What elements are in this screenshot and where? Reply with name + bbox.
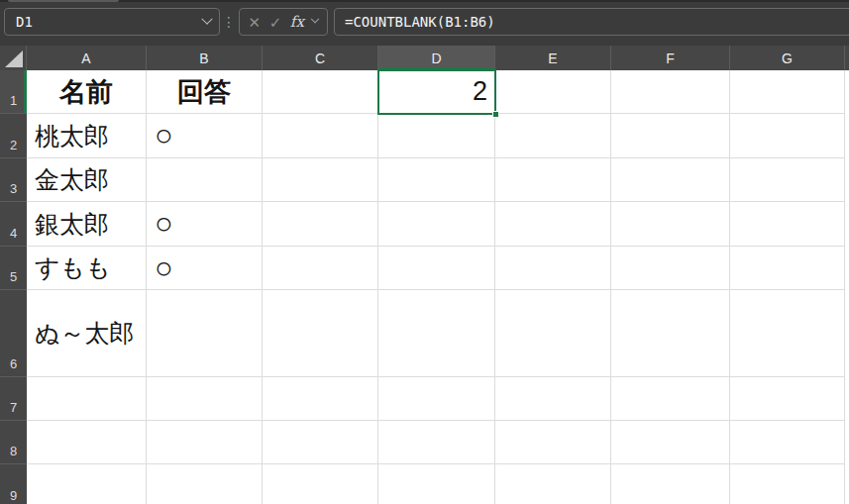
cell-B4[interactable]: ○ xyxy=(147,202,263,247)
cell-D2[interactable] xyxy=(378,114,495,158)
cell-E6[interactable] xyxy=(495,290,611,377)
cell-F1[interactable] xyxy=(611,70,730,114)
cell-B9[interactable] xyxy=(147,464,263,504)
cell-A7[interactable] xyxy=(27,377,147,421)
cell-E4[interactable] xyxy=(495,202,611,247)
cell-G6[interactable] xyxy=(730,290,845,377)
cell-sliver xyxy=(845,290,849,377)
enter-icon[interactable]: ✓ xyxy=(269,15,282,30)
cell-G7[interactable] xyxy=(730,377,845,421)
cell-D5[interactable] xyxy=(378,247,495,290)
cell-A2[interactable]: 桃太郎 xyxy=(27,114,147,158)
column-header-F[interactable]: F xyxy=(611,46,730,70)
cell-E8[interactable] xyxy=(495,421,611,464)
cell-sliver xyxy=(845,70,849,114)
cell-D3[interactable] xyxy=(378,158,495,202)
column-header-A[interactable]: A xyxy=(27,46,147,70)
column-header-sliver xyxy=(845,46,849,70)
cell-C1[interactable] xyxy=(263,70,378,114)
cell-A4[interactable]: 銀太郎 xyxy=(27,202,147,247)
cell-C3[interactable] xyxy=(263,158,378,202)
more-options-icon[interactable]: ⋮ xyxy=(222,8,236,36)
cell-F4[interactable] xyxy=(611,202,730,247)
cell-C4[interactable] xyxy=(263,202,378,247)
cell-C5[interactable] xyxy=(263,247,378,290)
row-header-5[interactable]: 5 xyxy=(0,247,27,290)
cell-G5[interactable] xyxy=(730,247,845,290)
row-2: 2 桃太郎 ○ xyxy=(0,114,849,158)
cell-D1[interactable]: 2 xyxy=(378,70,495,114)
cell-B5[interactable]: ○ xyxy=(147,247,263,290)
row-header-4[interactable]: 4 xyxy=(0,202,27,247)
cell-E2[interactable] xyxy=(495,114,611,158)
cell-F6[interactable] xyxy=(611,290,730,377)
row-header-3[interactable]: 3 xyxy=(0,158,27,202)
cell-C2[interactable] xyxy=(263,114,378,158)
cell-sliver xyxy=(845,247,849,290)
row-header-1[interactable]: 1 xyxy=(0,70,27,114)
cell-G8[interactable] xyxy=(730,421,845,464)
cell-C6[interactable] xyxy=(263,290,378,377)
cell-C8[interactable] xyxy=(263,421,378,464)
row-6: 6 ぬ～太郎 xyxy=(0,290,849,377)
cell-F5[interactable] xyxy=(611,247,730,290)
cell-G4[interactable] xyxy=(730,202,845,247)
row-header-6[interactable]: 6 xyxy=(0,290,27,377)
cell-B8[interactable] xyxy=(147,421,263,464)
cell-B6[interactable] xyxy=(147,290,263,377)
cell-E3[interactable] xyxy=(495,158,611,202)
cell-E7[interactable] xyxy=(495,377,611,421)
cell-F9[interactable] xyxy=(611,464,730,504)
cell-A5[interactable]: すもも xyxy=(27,247,147,290)
spreadsheet-grid: A B C D E F G 1 名前 回答 2 2 桃太郎 ○ xyxy=(0,46,849,504)
name-box-value: D1 xyxy=(16,14,33,30)
cell-D4[interactable] xyxy=(378,202,495,247)
cell-B1[interactable]: 回答 xyxy=(147,70,263,114)
select-all-button[interactable] xyxy=(0,46,27,70)
column-header-B[interactable]: B xyxy=(147,46,263,70)
cell-B3[interactable] xyxy=(147,158,263,202)
excel-window: D1 ⋮ ✕ ✓ fx =COUNTBLANK(B1:B6) A B C D E xyxy=(0,0,849,504)
cell-C9[interactable] xyxy=(263,464,378,504)
cell-D6[interactable] xyxy=(378,290,495,377)
row-header-9[interactable]: 9 xyxy=(0,464,27,504)
cell-A1[interactable]: 名前 xyxy=(27,70,147,114)
cell-E5[interactable] xyxy=(495,247,611,290)
row-header-7[interactable]: 7 xyxy=(0,377,27,421)
column-header-E[interactable]: E xyxy=(495,46,611,70)
cell-D8[interactable] xyxy=(378,421,495,464)
cell-D7[interactable] xyxy=(378,377,495,421)
cell-B2[interactable]: ○ xyxy=(147,114,263,158)
row-3: 3 金太郎 xyxy=(0,158,849,202)
formula-input[interactable]: =COUNTBLANK(B1:B6) xyxy=(334,8,849,36)
cell-F7[interactable] xyxy=(611,377,730,421)
cell-A8[interactable] xyxy=(27,421,147,464)
row-header-2[interactable]: 2 xyxy=(0,114,27,158)
cell-B7[interactable] xyxy=(147,377,263,421)
cell-G9[interactable] xyxy=(730,464,845,504)
cancel-icon[interactable]: ✕ xyxy=(249,15,262,30)
cell-A3[interactable]: 金太郎 xyxy=(27,158,147,202)
cell-C7[interactable] xyxy=(263,377,378,421)
formula-buttons-group: ✕ ✓ fx xyxy=(239,8,328,36)
chevron-down-icon[interactable] xyxy=(311,15,319,23)
cell-F2[interactable] xyxy=(611,114,730,158)
cell-E1[interactable] xyxy=(495,70,611,114)
insert-function-icon[interactable]: fx xyxy=(290,13,304,31)
cell-F8[interactable] xyxy=(611,421,730,464)
column-header-G[interactable]: G xyxy=(730,46,845,70)
cell-A9[interactable] xyxy=(27,464,147,504)
column-header-D[interactable]: D xyxy=(378,46,495,70)
cell-G1[interactable] xyxy=(730,70,845,114)
column-header-C[interactable]: C xyxy=(263,46,378,70)
cell-F3[interactable] xyxy=(611,158,730,202)
cell-A6[interactable]: ぬ～太郎 xyxy=(27,290,147,377)
cell-G3[interactable] xyxy=(730,158,845,202)
column-header-row: A B C D E F G xyxy=(0,46,849,70)
name-box[interactable]: D1 xyxy=(4,8,220,36)
cell-E9[interactable] xyxy=(495,464,611,504)
cell-G2[interactable] xyxy=(730,114,845,158)
chevron-down-icon[interactable] xyxy=(201,14,212,25)
row-header-8[interactable]: 8 xyxy=(0,421,27,464)
cell-D9[interactable] xyxy=(378,464,495,504)
